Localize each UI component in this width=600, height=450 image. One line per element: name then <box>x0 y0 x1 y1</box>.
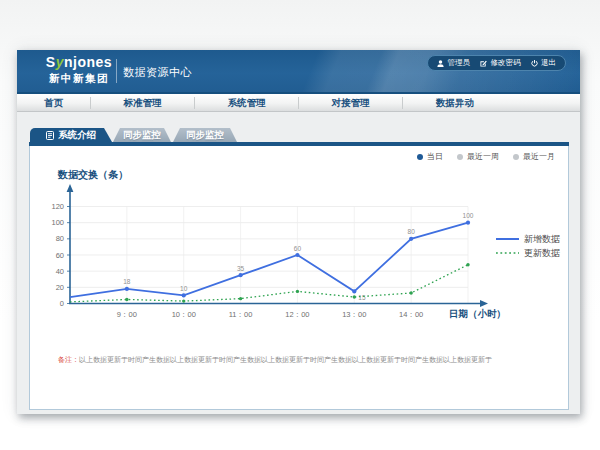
svg-text:13：00: 13：00 <box>342 310 366 319</box>
tab-sync-monitor-2[interactable]: 同步监控 <box>173 128 237 142</box>
tab-system-intro[interactable]: 系统介绍 <box>30 128 112 142</box>
logo-en: Synjones <box>39 55 119 70</box>
edit-icon <box>480 60 487 67</box>
svg-text:10: 10 <box>180 285 188 292</box>
nav-item-home[interactable]: 首页 <box>17 97 91 109</box>
chart-panel: 当日 最近一周 最近一月 0204060801001209：0010：0011：… <box>29 142 569 410</box>
current-user[interactable]: 管理员 <box>437 58 470 68</box>
logout-label: 退出 <box>541 58 556 68</box>
page-title: 数据资源中心 <box>123 65 192 80</box>
logo-accent: y <box>56 54 64 70</box>
svg-text:20: 20 <box>56 283 64 292</box>
svg-text:9：00: 9：00 <box>117 310 137 319</box>
svg-text:12：00: 12：00 <box>285 310 309 319</box>
tab-sync-monitor-1[interactable]: 同步监控 <box>113 128 171 142</box>
svg-text:35: 35 <box>237 265 245 272</box>
logout-button[interactable]: 退出 <box>531 58 557 68</box>
chart-canvas: 0204060801001209：0010：0011：0012：0013：001… <box>30 159 570 351</box>
svg-text:14：00: 14：00 <box>399 310 423 319</box>
svg-text:60: 60 <box>294 245 302 252</box>
nav-item-standard-mgmt[interactable]: 标准管理 <box>91 97 195 109</box>
svg-text:60: 60 <box>56 251 64 260</box>
svg-text:40: 40 <box>56 267 64 276</box>
svg-text:18: 18 <box>123 278 131 285</box>
document-icon <box>46 131 54 140</box>
logo: Synjones 新中新集团 <box>39 55 119 85</box>
footnote-text: 以上数据更新于时间产生数据以上数据更新于时间产生数据以上数据更新于时间产生数据以… <box>79 356 492 363</box>
svg-text:11：00: 11：00 <box>229 310 253 319</box>
content-area: 系统介绍 同步监控 同步监控 当日 最近一周 最近一月 <box>17 112 580 414</box>
nav-item-interface-mgmt[interactable]: 对接管理 <box>299 97 403 109</box>
change-password-button[interactable]: 修改密码 <box>480 58 521 68</box>
tab-system-intro-label: 系统介绍 <box>58 128 96 142</box>
nav-item-data-change[interactable]: 数据异动 <box>403 97 507 109</box>
main-nav: 首页 标准管理 系统管理 对接管理 数据异动 <box>17 92 580 112</box>
svg-text:100: 100 <box>51 218 64 227</box>
svg-text:数据交换（条）: 数据交换（条） <box>57 169 128 180</box>
svg-text:更新数据: 更新数据 <box>524 248 560 258</box>
svg-text:新增数据: 新增数据 <box>524 234 560 244</box>
svg-text:日期（小时）: 日期（小时） <box>449 308 506 320</box>
header-divider <box>116 59 117 83</box>
svg-text:120: 120 <box>51 202 64 211</box>
app-window: Synjones 新中新集团 数据资源中心 管理员 修改密码 退出 首页 标准管… <box>17 50 580 414</box>
svg-text:80: 80 <box>408 228 416 235</box>
user-icon <box>437 60 444 67</box>
line-chart: 0204060801001209：0010：0011：0012：0013：001… <box>30 159 570 351</box>
svg-text:15: 15 <box>358 294 366 301</box>
footnote: 备注：以上数据更新于时间产生数据以上数据更新于时间产生数据以上数据更新于时间产生… <box>58 354 538 365</box>
change-password-label: 修改密码 <box>491 58 521 68</box>
footnote-prefix: 备注： <box>58 356 79 363</box>
svg-text:0: 0 <box>60 299 64 308</box>
svg-text:100: 100 <box>463 212 474 219</box>
header: Synjones 新中新集团 数据资源中心 管理员 修改密码 退出 <box>17 50 580 92</box>
tab-strip: 系统介绍 同步监控 同步监控 <box>30 128 237 142</box>
user-toolbar: 管理员 修改密码 退出 <box>427 55 566 71</box>
current-user-label: 管理员 <box>448 58 471 68</box>
svg-text:10：00: 10：00 <box>172 310 196 319</box>
nav-item-system-mgmt[interactable]: 系统管理 <box>195 97 299 109</box>
power-icon <box>531 60 538 67</box>
svg-text:80: 80 <box>56 234 64 243</box>
panel-topbar <box>29 142 569 146</box>
logo-cn: 新中新集团 <box>39 71 119 85</box>
